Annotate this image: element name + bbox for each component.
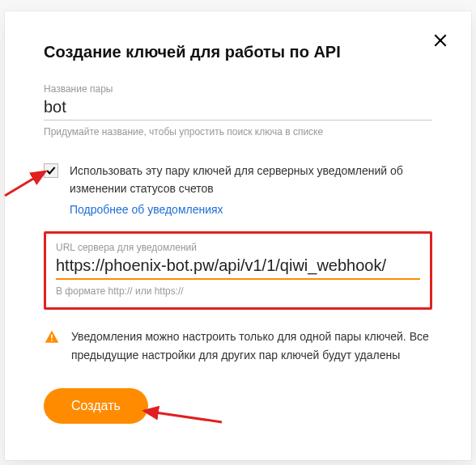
pair-name-hint: Придумайте название, чтобы упростить пои… xyxy=(44,125,432,139)
checkmark-icon xyxy=(45,165,57,176)
notifications-more-link[interactable]: Подробнее об уведомлениях xyxy=(70,203,223,216)
close-button[interactable] xyxy=(429,29,452,52)
pair-name-input[interactable] xyxy=(44,96,432,120)
svg-line-4 xyxy=(5,171,45,196)
warning-text: Уведомления можно настроить только для о… xyxy=(71,328,432,364)
annotation-arrow-button xyxy=(136,403,225,427)
warning-icon xyxy=(44,329,60,349)
url-hint: В формате http:// или https:// xyxy=(56,285,420,298)
create-button[interactable]: Создать xyxy=(44,388,148,424)
pair-name-label: Название пары xyxy=(44,83,432,95)
modal-title: Создание ключей для работы по API xyxy=(44,42,432,62)
pair-name-field: Название пары Придумайте название, чтобы… xyxy=(44,83,432,139)
close-icon xyxy=(432,32,448,49)
svg-rect-2 xyxy=(51,335,53,339)
svg-line-5 xyxy=(144,411,222,422)
url-input[interactable] xyxy=(56,255,420,280)
checkbox-content: Использовать эту пару ключей для серверн… xyxy=(70,162,432,217)
server-notifications-label: Использовать эту пару ключей для серверн… xyxy=(70,162,432,198)
warning-row: Уведомления можно настроить только для о… xyxy=(44,328,432,364)
url-label: URL сервера для уведомлений xyxy=(56,242,420,253)
create-api-keys-modal: Создание ключей для работы по API Назван… xyxy=(5,11,471,460)
svg-rect-3 xyxy=(51,340,53,341)
url-section-highlight: URL сервера для уведомлений В формате ht… xyxy=(44,231,432,311)
server-notifications-checkbox[interactable] xyxy=(44,163,58,178)
server-notifications-row: Использовать эту пару ключей для серверн… xyxy=(44,162,432,217)
